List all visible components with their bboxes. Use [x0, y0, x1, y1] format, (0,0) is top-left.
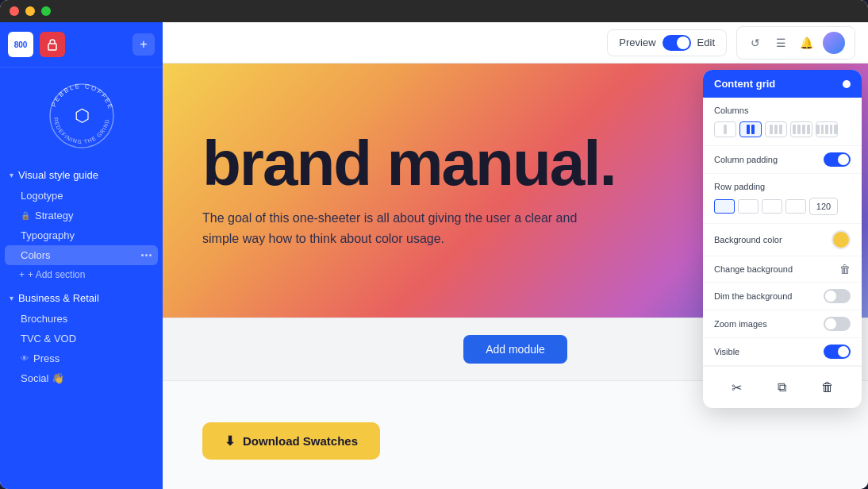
minimize-button[interactable] — [25, 6, 35, 16]
nav-section-business-label: Business & Retail — [18, 292, 99, 304]
copy-icon: ⧉ — [778, 380, 786, 395]
maximize-button[interactable] — [41, 6, 51, 16]
column-padding-toggle[interactable] — [824, 152, 851, 167]
history-icon[interactable]: ↺ — [747, 34, 764, 52]
col-opt-4[interactable] — [790, 121, 812, 137]
edit-label: Edit — [697, 37, 715, 48]
sidebar-item-colors[interactable]: Colors — [5, 245, 158, 265]
svg-text:⬡: ⬡ — [74, 106, 89, 125]
add-module-button-1[interactable]: Add module — [463, 335, 567, 364]
item-context-menu-dots[interactable] — [141, 254, 152, 256]
dim-background-label: Dim the background — [714, 291, 792, 301]
panel-active-dot — [843, 80, 851, 88]
dim-background-row: Dim the background — [703, 283, 862, 310]
cut-button[interactable]: ✂ — [724, 375, 750, 400]
col-opt-3[interactable] — [765, 121, 787, 137]
nav-section-visual-label: Visual style guide — [18, 169, 98, 181]
lock-icon: 🔒 — [21, 211, 30, 220]
logo-box: 800 — [8, 32, 33, 57]
sidebar-item-press-label: Press — [33, 352, 60, 364]
sidebar-top: 800 + — [0, 22, 163, 67]
panel-header: Content grid — [703, 70, 862, 98]
content-grid-panel: Content grid Columns — [703, 70, 862, 408]
preview-edit-switch[interactable] — [663, 35, 691, 51]
row-padding-label: Row padding — [714, 182, 851, 191]
panel-title: Content grid — [714, 78, 775, 90]
sidebar-item-social-label: Social 👋 — [21, 372, 64, 384]
sidebar-item-press[interactable]: 👁 Press — [0, 348, 163, 368]
zoom-images-toggle[interactable] — [824, 317, 851, 331]
topbar: Preview Edit ↺ ☰ 🔔 — [163, 22, 868, 64]
visible-row: Visible — [703, 338, 862, 366]
brand-circle-area: PEBBLE COFFEE REDEFINING THE GRIND ⬡ — [0, 67, 163, 158]
col-line — [770, 125, 773, 134]
background-color-label: Background color — [714, 235, 782, 244]
nav-section-visual-header[interactable]: ▾ Visual style guide — [0, 164, 163, 186]
sidebar-item-brochures-label: Brochures — [21, 313, 67, 325]
change-background-label: Change background — [714, 264, 793, 274]
toggle-knob — [838, 346, 849, 357]
sidebar-item-brochures[interactable]: Brochures — [0, 309, 163, 329]
dot2 — [145, 254, 148, 256]
row-padding-input[interactable] — [809, 198, 838, 215]
titlebar — [0, 0, 868, 22]
row-opt-1[interactable] — [714, 199, 735, 214]
sidebar-item-typography[interactable]: Typography — [0, 225, 163, 245]
col-line — [834, 125, 837, 134]
col-opt-1[interactable] — [714, 121, 736, 137]
preview-label: Preview — [619, 37, 655, 48]
col-opt-5[interactable] — [816, 121, 838, 137]
row-opt-4[interactable] — [785, 199, 806, 214]
sidebar-item-tvc[interactable]: TVC & VOD — [0, 329, 163, 348]
content-area: Preview Edit ↺ ☰ 🔔 brand manual. — [163, 22, 868, 489]
column-padding-label: Column padding — [714, 155, 778, 164]
topbar-actions: ↺ ☰ 🔔 — [736, 26, 855, 60]
col-line — [774, 125, 778, 134]
add-section-button[interactable]: + + Add section — [0, 265, 163, 284]
columns-label: Columns — [714, 106, 851, 115]
add-button[interactable]: + — [133, 33, 155, 56]
toggle-knob — [825, 291, 836, 302]
chevron-down-icon: ▾ — [10, 171, 13, 179]
columns-section: Columns — [703, 98, 862, 146]
dot3 — [149, 254, 152, 256]
sidebar-item-logotype[interactable]: Logotype — [0, 186, 163, 206]
col-line — [825, 125, 828, 134]
sidebar-item-strategy-label: Strategy — [35, 210, 73, 221]
col-line — [807, 125, 810, 134]
avatar[interactable] — [823, 32, 845, 54]
red-icon[interactable] — [40, 32, 65, 57]
hero-subtitle: The goal of this one-sheeter is all abou… — [202, 208, 599, 248]
change-background-delete-icon[interactable]: 🗑 — [839, 263, 851, 275]
delete-button[interactable]: 🗑 — [815, 375, 840, 400]
col-line — [802, 125, 805, 134]
menu-icon[interactable]: ☰ — [772, 34, 789, 52]
toggle-knob — [838, 154, 849, 165]
col-opt-2[interactable] — [739, 121, 762, 137]
sidebar-nav: ▾ Visual style guide Logotype 🔒 Strategy… — [0, 158, 163, 489]
main-layout: 800 + — [0, 22, 868, 489]
sidebar-item-colors-label: Colors — [21, 249, 51, 261]
sidebar-item-strategy[interactable]: 🔒 Strategy — [0, 206, 163, 225]
sidebar-item-social[interactable]: Social 👋 — [0, 368, 163, 388]
row-opt-2[interactable] — [738, 199, 759, 214]
col-line — [747, 125, 750, 134]
col-line — [797, 125, 801, 134]
close-button[interactable] — [10, 6, 19, 16]
row-opt-3[interactable] — [762, 199, 782, 214]
nav-section-visual: ▾ Visual style guide Logotype 🔒 Strategy… — [0, 164, 163, 284]
copy-button[interactable]: ⧉ — [770, 375, 795, 400]
change-background-row: Change background 🗑 — [703, 256, 862, 283]
bell-icon[interactable]: 🔔 — [797, 34, 815, 52]
dim-background-toggle[interactable] — [824, 289, 851, 303]
nav-section-business-header[interactable]: ▾ Business & Retail — [0, 287, 163, 309]
sidebar-item-tvc-label: TVC & VOD — [21, 333, 76, 345]
columns-options — [714, 121, 851, 137]
svg-rect-0 — [48, 44, 56, 50]
trash-icon-2: 🗑 — [821, 380, 834, 395]
sidebar-item-logotype-label: Logotype — [21, 190, 63, 202]
visible-toggle[interactable] — [824, 345, 851, 359]
background-color-picker[interactable] — [832, 230, 851, 249]
download-swatches-button[interactable]: ⬇ Download Swatches — [202, 422, 380, 460]
eye-icon: 👁 — [21, 354, 29, 363]
